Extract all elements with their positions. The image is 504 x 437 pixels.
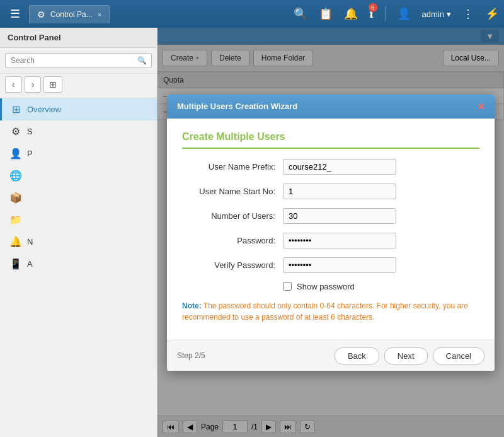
- password-row: Password:: [182, 233, 479, 248]
- modal-dialog: Multiple Users Creation Wizard × Create …: [167, 95, 495, 371]
- sidebar-item-overview[interactable]: ⊞ Overview: [0, 98, 157, 120]
- verify-password-row: Verify Password:: [182, 257, 479, 273]
- sidebar-item-label: P: [27, 149, 33, 158]
- search-input[interactable]: [5, 53, 152, 68]
- sidebar-item-apps[interactable]: 📱 A: [0, 253, 157, 275]
- sidebar-item-label: A: [27, 259, 33, 269]
- settings-icon: ⚙: [9, 125, 22, 137]
- info-button[interactable]: ℹ 6: [369, 7, 374, 21]
- hamburger-icon: ☰: [10, 8, 20, 20]
- modal-overlay: Multiple Users Creation Wizard × Create …: [158, 28, 504, 437]
- username-prefix-label: User Name Prefix:: [182, 162, 283, 172]
- bell-button[interactable]: 🔔: [344, 7, 358, 21]
- cancel-button[interactable]: Cancel: [433, 347, 484, 364]
- footer-buttons: Back Next Cancel: [335, 347, 484, 364]
- modal-title: Multiple Users Creation Wizard: [177, 102, 297, 111]
- person-icon: 👤: [9, 148, 22, 160]
- folder-icon: 📁: [9, 214, 22, 226]
- modal-body: Create Multiple Users User Name Prefix: …: [167, 119, 495, 341]
- main-area: Control Panel 🔍 ‹ › ⊞ ⊞ Overview ⚙ S 👤: [0, 28, 504, 437]
- overview-icon: ⊞: [9, 103, 22, 115]
- search-icon: 🔍: [137, 56, 147, 65]
- stack-icon: 📋: [319, 8, 333, 20]
- note-bold-label: Note:: [182, 301, 202, 310]
- modal-section-title: Create Multiple Users: [182, 131, 479, 149]
- show-password-row: Show password: [283, 282, 479, 291]
- next-button[interactable]: Next: [384, 347, 428, 364]
- sidebar-item-package[interactable]: 📦: [0, 187, 157, 209]
- sidebar-title: Control Panel: [8, 33, 61, 42]
- sidebar-item-label: S: [27, 127, 33, 136]
- username-prefix-row: User Name Prefix:: [182, 159, 479, 175]
- grid-view-button[interactable]: ⊞: [43, 76, 62, 93]
- info-badge: 6: [369, 3, 377, 12]
- username-start-input[interactable]: [283, 184, 396, 199]
- search-topbar-icon: 🔍: [294, 8, 307, 20]
- username-start-row: User Name Start No:: [182, 184, 479, 199]
- username-start-label: User Name Start No:: [182, 187, 283, 196]
- topbar-icons: 🔍 📋 🔔 ℹ 6 👤 admin ▾ ⋮ ⚡: [294, 6, 499, 21]
- topbar: ☰ ⚙ Control Pa... × 🔍 📋 🔔 ℹ 6 👤 admin ▾ …: [0, 0, 504, 28]
- user-icon: 👤: [397, 8, 411, 20]
- tab-label: Control Pa...: [50, 10, 93, 19]
- show-password-label[interactable]: Show password: [297, 282, 355, 291]
- sidebar-items: ⊞ Overview ⚙ S 👤 P 🌐 📦 📁: [0, 98, 157, 437]
- dots-icon: ⋮: [462, 8, 474, 20]
- password-input[interactable]: [283, 233, 396, 248]
- gauge-icon: ⚡: [485, 8, 499, 20]
- apps-icon: 📱: [9, 258, 22, 270]
- sidebar-item-s[interactable]: ⚙ S: [0, 120, 157, 143]
- back-button[interactable]: Back: [335, 347, 379, 364]
- sidebar-header: Control Panel: [0, 28, 157, 48]
- stack-button[interactable]: 📋: [319, 7, 333, 21]
- more-options-button[interactable]: ⋮: [462, 7, 474, 21]
- sidebar-item-label: N: [27, 237, 33, 247]
- tab-close-icon[interactable]: ×: [98, 11, 101, 18]
- tab-gear-icon: ⚙: [37, 9, 45, 20]
- username-prefix-input[interactable]: [283, 159, 396, 175]
- content-area: ▼ Create ▾ Delete Home Folder Local Use.…: [158, 28, 504, 437]
- sidebar-item-label: Overview: [27, 105, 61, 114]
- show-password-checkbox[interactable]: [283, 282, 292, 291]
- package-icon: 📦: [9, 192, 22, 204]
- user-icon-btn[interactable]: 👤: [397, 7, 411, 21]
- admin-name: admin: [422, 9, 444, 19]
- gauge-button[interactable]: ⚡: [485, 7, 499, 21]
- note-text: The password should only contain 0-64 ch…: [182, 301, 468, 322]
- globe-icon: 🌐: [9, 170, 22, 182]
- sidebar: Control Panel 🔍 ‹ › ⊞ ⊞ Overview ⚙ S 👤: [0, 28, 158, 437]
- password-label: Password:: [182, 236, 283, 245]
- verify-password-label: Verify Password:: [182, 260, 283, 270]
- sidebar-item-folder[interactable]: 📁: [0, 209, 157, 231]
- menu-button[interactable]: ☰: [5, 4, 25, 23]
- control-panel-tab[interactable]: ⚙ Control Pa... ×: [29, 5, 110, 23]
- admin-menu[interactable]: admin ▾: [422, 9, 451, 19]
- sidebar-item-notifications[interactable]: 🔔 N: [0, 231, 157, 253]
- notifications-icon: 🔔: [9, 236, 22, 248]
- modal-close-button[interactable]: ×: [478, 101, 484, 112]
- note-section: Note: The password should only contain 0…: [182, 300, 479, 323]
- bell-icon: 🔔: [344, 8, 358, 20]
- num-users-label: Number of Users:: [182, 211, 283, 221]
- search-topbar-button[interactable]: 🔍: [294, 7, 307, 21]
- modal-section-heading: Create Multiple Users: [182, 131, 285, 142]
- sidebar-search-area: 🔍: [0, 48, 157, 74]
- num-users-input[interactable]: [283, 208, 396, 224]
- admin-chevron-icon: ▾: [447, 9, 451, 19]
- num-users-row: Number of Users:: [182, 208, 479, 224]
- back-nav-button[interactable]: ‹: [5, 76, 22, 93]
- verify-password-input[interactable]: [283, 257, 396, 273]
- sidebar-item-p[interactable]: 👤 P: [0, 143, 157, 165]
- modal-header: Multiple Users Creation Wizard ×: [167, 95, 495, 119]
- sidebar-item-globe[interactable]: 🌐: [0, 165, 157, 187]
- forward-nav-button[interactable]: ›: [25, 76, 42, 93]
- step-label: Step 2/5: [177, 351, 205, 360]
- modal-footer: Step 2/5 Back Next Cancel: [167, 341, 495, 371]
